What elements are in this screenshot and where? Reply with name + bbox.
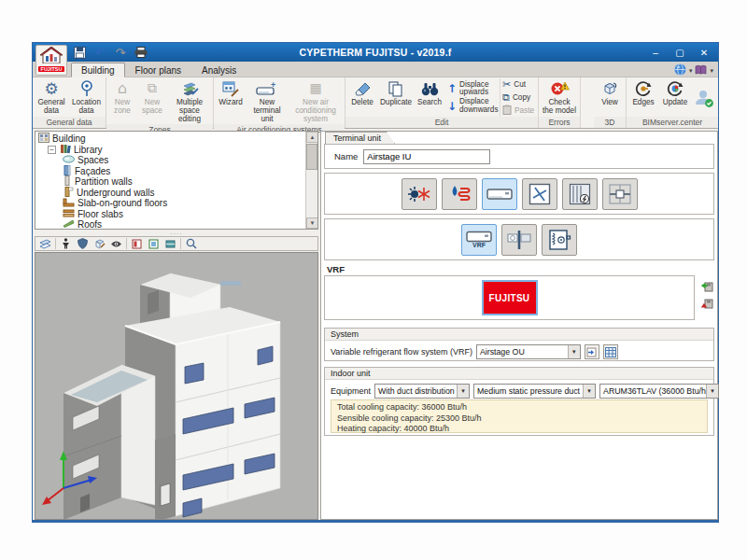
pressure-select[interactable]: Medium static pressure duct ▾ <box>473 384 596 399</box>
tree-item-roofs[interactable]: Roofs <box>38 219 317 230</box>
arrow-up-icon: ↑ <box>447 82 457 95</box>
tree-scrollbar[interactable]: ▲ ▼ <box>305 132 317 229</box>
ribbon-group-3d: View 3D <box>594 77 627 128</box>
scrollbar-thumb[interactable] <box>306 144 317 170</box>
water-coil-icon[interactable] <box>442 178 477 210</box>
layers-icon[interactable] <box>38 238 52 250</box>
cut-button[interactable]: ✂ Cut <box>502 78 534 91</box>
tree-item-spaces[interactable]: Spaces <box>38 155 317 166</box>
copy-button[interactable]: ⧉ Copy <box>502 91 534 104</box>
edges-button[interactable]: Edges <box>628 78 658 117</box>
print-icon[interactable] <box>134 45 148 60</box>
save-icon[interactable] <box>72 45 87 60</box>
vrf-system-select[interactable]: Airstage OU ▾ <box>476 344 581 359</box>
3d-viewport[interactable] <box>35 252 318 520</box>
split-unit-icon[interactable] <box>501 224 537 256</box>
system-caption: System <box>325 329 713 341</box>
heat-cool-icon[interactable] <box>402 178 437 210</box>
tree-item-floor-slabs[interactable]: Floor slabs <box>38 209 317 220</box>
cassette-icon[interactable] <box>522 178 557 210</box>
vrf-system-table-button[interactable] <box>603 344 618 359</box>
wall-unit-icon[interactable] <box>482 178 517 210</box>
displace-downwards-button[interactable]: ↓ Displace downwards <box>447 98 497 114</box>
ribbon-tab-bar: Building Floor plans Analysis ▾ ▾ <box>33 62 718 77</box>
minimize-button[interactable]: – <box>643 43 668 62</box>
tab-building[interactable]: Building <box>71 63 125 77</box>
ribbon-group-ac-systems: Wizard + New terminal unit ▦ New air con… <box>214 77 345 128</box>
fujitsu-logo: FUJITSU <box>489 293 530 303</box>
unit-type-selector <box>324 173 714 215</box>
tab-analysis[interactable]: Analysis <box>191 63 247 77</box>
tree-item-library[interactable]: − Library <box>38 145 317 156</box>
cypetherm-house-icon <box>40 47 63 67</box>
model-select[interactable]: ARUM36TLAV (36000 Btu/h) ▾ <box>599 384 719 399</box>
vrf-indoor-unit-icon[interactable]: VRF <box>461 224 497 256</box>
chevron-down-icon: ▾ <box>568 345 580 358</box>
close-button[interactable]: ✕ <box>692 43 716 62</box>
spaces-icon <box>63 155 75 165</box>
name-label: Name <box>334 151 358 161</box>
ribbon-group-errors: Check the model Errors <box>539 77 581 128</box>
ribbon: ⚙ General data Location data General dat… <box>33 77 718 129</box>
new-terminal-unit-button[interactable]: + New terminal unit <box>247 78 288 124</box>
undo-icon[interactable]: ↶ <box>92 45 107 60</box>
tree-item-slab-on-ground[interactable]: Slab-on-ground floors <box>38 198 317 209</box>
eraser-icon <box>354 79 371 98</box>
view-3d-button[interactable]: View <box>596 78 624 117</box>
distribution-select[interactable]: With duct distribution ▾ <box>374 384 470 399</box>
wizard-button[interactable]: Wizard <box>216 78 246 124</box>
edit-vrf-system-button[interactable] <box>585 344 599 359</box>
scroll-up-button[interactable]: ▲ <box>306 132 318 143</box>
app-menu-button[interactable]: FUJITSU <box>35 45 67 76</box>
textures-icon[interactable] <box>92 238 106 250</box>
ducted-layout-icon[interactable] <box>602 178 638 210</box>
teal-slab-icon[interactable] <box>163 238 177 250</box>
total-cooling-capacity: Total cooling capacity: 36000 Btu/h <box>337 402 701 413</box>
layers-edit-icon <box>181 79 199 98</box>
duplicate-button[interactable]: Duplicate <box>378 78 414 117</box>
fujitsu-badge: FUJITSU <box>38 66 65 72</box>
multiple-space-editing-button[interactable]: Multiple space editing <box>168 78 211 124</box>
import-library-button[interactable] <box>699 279 714 293</box>
tree-item-underground-walls[interactable]: Underground walls <box>38 188 317 199</box>
chevron-down-icon[interactable]: ▾ <box>689 67 693 75</box>
export-library-button[interactable] <box>699 298 714 312</box>
green-window-icon[interactable] <box>147 238 161 250</box>
duct-fan-icon[interactable] <box>562 178 598 210</box>
location-data-button[interactable]: Location data <box>69 78 104 117</box>
outdoor-packaged-unit-icon[interactable] <box>542 224 577 256</box>
new-zone-button: ⌂ New zone <box>108 78 136 124</box>
paste-button: Paste <box>502 105 534 117</box>
shield-icon[interactable] <box>76 238 90 250</box>
quick-access-toolbar: ↶ ↷ <box>72 44 148 61</box>
person-scale-icon[interactable] <box>59 238 73 250</box>
search-button[interactable]: Search <box>415 78 444 117</box>
redo-icon[interactable]: ↷ <box>113 45 128 60</box>
scroll-down-button[interactable]: ▼ <box>306 217 318 229</box>
delete-button[interactable]: Delete <box>347 78 377 117</box>
terminal-unit-plus-icon: + <box>256 79 278 98</box>
eye-icon[interactable] <box>109 238 123 250</box>
zoom-icon[interactable] <box>184 238 198 250</box>
general-data-button[interactable]: ⚙ General data <box>35 78 68 117</box>
tree-item-partition-walls[interactable]: Partition walls <box>38 176 317 188</box>
tree-item-building[interactable]: Building <box>38 133 317 145</box>
update-button[interactable]: Update <box>659 78 691 117</box>
check-model-button[interactable]: Check the model <box>541 78 578 117</box>
red-partition-icon[interactable] <box>130 238 144 250</box>
slab-on-ground-icon <box>63 198 75 209</box>
maximize-button[interactable]: ▢ <box>668 43 692 62</box>
bim-user-avatar[interactable] <box>692 78 716 117</box>
unit-kind-selector: VRF <box>324 218 714 260</box>
ribbon-group-zones: ⌂ New zone ⧉ New space Multiple space ed… <box>106 77 214 128</box>
fujitsu-brand-button[interactable]: FUJITSU <box>482 280 538 315</box>
roof-icon <box>63 219 75 230</box>
displace-upwards-button[interactable]: ↑ Displace upwards <box>447 81 497 97</box>
tree-item-facades[interactable]: Façades <box>38 166 317 177</box>
tree-collapse-icon[interactable]: − <box>48 146 56 154</box>
tab-floor-plans[interactable]: Floor plans <box>125 63 191 77</box>
terminal-name-input[interactable] <box>363 149 490 164</box>
wizard-icon <box>222 79 239 98</box>
binoculars-icon <box>421 79 439 98</box>
chevron-down-icon[interactable]: ▾ <box>710 67 713 75</box>
